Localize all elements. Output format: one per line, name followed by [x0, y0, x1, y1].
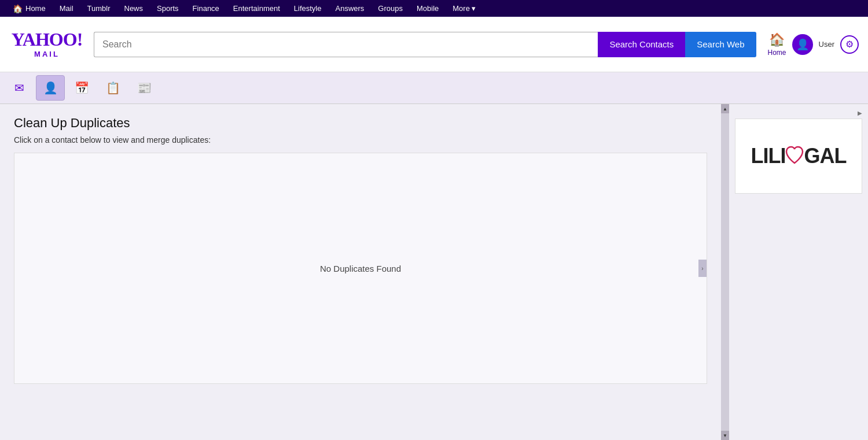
ad-brand-part2: GAL — [804, 144, 846, 168]
nav-finance[interactable]: Finance — [186, 0, 226, 17]
contacts-tab-icon: 👤 — [43, 81, 58, 95]
notepad-tab-icon: 📋 — [106, 81, 120, 95]
nav-groups[interactable]: Groups — [371, 0, 410, 17]
home-nav-icon: 🏠 — [13, 4, 23, 13]
main-wrapper: Clean Up Duplicates Click on a contact b… — [0, 104, 868, 440]
yahoo-logo: YAHOO! — [12, 30, 83, 49]
newsfeed-tab-icon: 📰 — [137, 81, 152, 95]
top-navigation: 🏠 Home Mail Tumblr News Sports Finance E… — [0, 0, 868, 17]
search-area: Search Contacts Search Web — [94, 32, 768, 57]
nav-home-label: Home — [25, 4, 46, 13]
header-home-button[interactable]: 🏠 Home — [768, 32, 786, 57]
scrollbar[interactable]: ▲ ▼ — [721, 104, 729, 440]
page-title: Clean Up Duplicates — [14, 116, 707, 131]
user-icon: 👤 — [796, 38, 809, 51]
ad-content: LILI GAL — [735, 119, 862, 193]
content-area: Clean Up Duplicates Click on a contact b… — [0, 104, 721, 440]
scrollbar-down-arrow[interactable]: ▼ — [721, 431, 729, 440]
nav-home[interactable]: 🏠 Home — [6, 0, 53, 17]
calendar-tab-icon: 📅 — [75, 81, 89, 95]
chevron-up-icon: ▲ — [723, 106, 727, 112]
chevron-down-icon: ▼ — [723, 433, 727, 438]
tab-news-feed[interactable]: 📰 — [130, 75, 159, 101]
ad-heart-icon — [785, 146, 804, 167]
nav-mail[interactable]: Mail — [53, 0, 80, 17]
nav-sports[interactable]: Sports — [150, 0, 186, 17]
header-right: 🏠 Home 👤 User ⚙ — [768, 32, 859, 57]
settings-button[interactable]: ⚙ — [840, 35, 859, 54]
nav-answers[interactable]: Answers — [328, 0, 371, 17]
nav-more[interactable]: More ▾ — [446, 0, 483, 17]
ad-sidebar: ▶ LILI GAL — [729, 104, 868, 440]
search-contacts-button[interactable]: Search Contacts — [598, 32, 685, 57]
nav-entertainment[interactable]: Entertainment — [226, 0, 287, 17]
ad-banner[interactable]: LILI GAL — [735, 119, 862, 194]
ad-brand-part1: LILI — [751, 144, 786, 168]
page-subtitle: Click on a contact below to view and mer… — [14, 135, 707, 145]
scrollbar-up-arrow[interactable]: ▲ — [721, 104, 729, 113]
collapse-arrow[interactable]: › — [698, 260, 707, 277]
nav-more-label: More — [453, 4, 470, 13]
mail-logo: MAIL — [34, 50, 60, 58]
nav-mobile[interactable]: Mobile — [410, 0, 446, 17]
tab-contacts[interactable]: 👤 — [36, 75, 65, 101]
mail-tab-icon: ✉ — [14, 81, 24, 95]
ad-brand-text: LILI GAL — [751, 144, 847, 168]
settings-gear-icon: ⚙ — [845, 39, 854, 50]
nav-news[interactable]: News — [117, 0, 150, 17]
toolbar: ✉ 👤 📅 📋 📰 — [0, 72, 868, 104]
search-web-button[interactable]: Search Web — [685, 32, 756, 57]
nav-tumblr[interactable]: Tumblr — [80, 0, 117, 17]
tab-calendar[interactable]: 📅 — [67, 75, 96, 101]
search-input[interactable] — [94, 32, 598, 57]
header: YAHOO! MAIL Search Contacts Search Web 🏠… — [0, 17, 868, 72]
nav-more-chevron-icon: ▾ — [472, 4, 476, 13]
username-label[interactable]: User — [819, 40, 834, 49]
no-duplicates-message: No Duplicates Found — [320, 264, 401, 273]
tab-notepad[interactable]: 📋 — [98, 75, 127, 101]
user-avatar[interactable]: 👤 — [792, 34, 813, 55]
tab-mail[interactable]: ✉ — [5, 75, 34, 101]
nav-lifestyle[interactable]: Lifestyle — [287, 0, 329, 17]
header-home-icon: 🏠 — [769, 32, 785, 47]
header-home-label: Home — [768, 49, 786, 57]
logo-area: YAHOO! MAIL — [9, 30, 84, 58]
duplicates-container: No Duplicates Found › — [14, 153, 707, 384]
ad-indicator: ▶ — [735, 110, 862, 116]
